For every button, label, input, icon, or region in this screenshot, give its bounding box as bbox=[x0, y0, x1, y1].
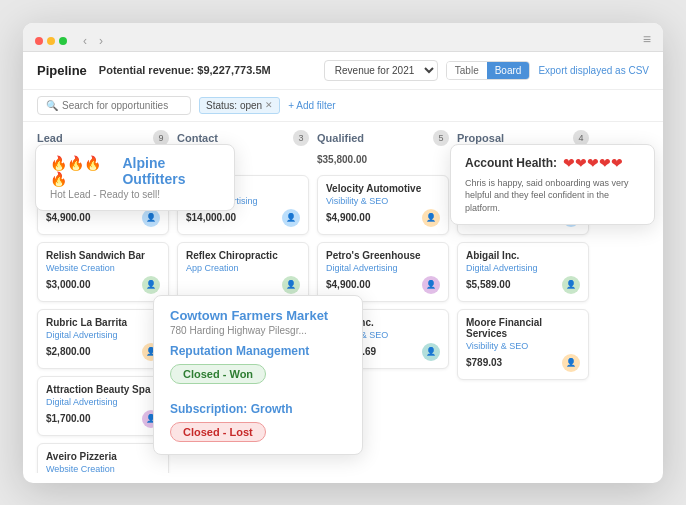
closed-won-badge: Closed - Won bbox=[170, 364, 266, 384]
table-row[interactable]: Rubric La Barrita Digital Advertising $2… bbox=[37, 309, 169, 369]
nav-back-button[interactable]: ‹ bbox=[79, 32, 91, 50]
closed-lost-badge: Closed - Lost bbox=[170, 422, 266, 442]
card-bottom: 👤 bbox=[186, 276, 300, 294]
table-row[interactable]: Moore Financial Services Visibility & SE… bbox=[457, 309, 589, 380]
card-amount: $2,800.00 bbox=[46, 346, 91, 357]
card-amount: $4,900.00 bbox=[326, 212, 371, 223]
card-bottom: $4,900.00 👤 bbox=[326, 276, 440, 294]
card-company: Petro's Greenhouse bbox=[326, 250, 440, 261]
avatar: 👤 bbox=[142, 276, 160, 294]
avatar: 👤 bbox=[422, 209, 440, 227]
card-bottom: $3,000.00 👤 bbox=[46, 276, 160, 294]
card-bottom: $2,800.00 👤 bbox=[46, 343, 160, 361]
top-bar: Pipeline Potential revenue: $9,227,773.5… bbox=[23, 52, 663, 90]
revenue-select[interactable]: Revenue for 2021 bbox=[324, 60, 438, 81]
board-view-button[interactable]: Board bbox=[487, 62, 530, 79]
browser-window: ‹ › ≡ Pipeline Potential revenue: $9,227… bbox=[23, 23, 663, 483]
dot-close[interactable] bbox=[35, 37, 43, 45]
col-title-contact: Contact bbox=[177, 132, 218, 144]
dot-maximize[interactable] bbox=[59, 37, 67, 45]
table-row[interactable]: Attraction Beauty Spa Digital Advertisin… bbox=[37, 376, 169, 436]
top-bar-right: Revenue for 2021 Table Board Export disp… bbox=[324, 60, 649, 81]
cowtown-service2-label: Subscription: Growth bbox=[170, 402, 346, 416]
card-bottom: $4,900.00 👤 bbox=[46, 209, 160, 227]
col-title-lead: Lead bbox=[37, 132, 63, 144]
card-company: Velocity Automotive bbox=[326, 183, 440, 194]
browser-chrome: ‹ › ≡ bbox=[23, 23, 663, 52]
search-box: 🔍 bbox=[37, 96, 191, 115]
table-row[interactable]: Petro's Greenhouse Digital Advertising $… bbox=[317, 242, 449, 302]
view-toggle: Table Board bbox=[446, 61, 531, 80]
status-badge: Status: open ✕ bbox=[199, 97, 280, 114]
card-company: Relish Sandwich Bar bbox=[46, 250, 160, 261]
health-header: Account Health: ❤❤❤❤❤ bbox=[465, 155, 640, 171]
card-company: Abigail Inc. bbox=[466, 250, 580, 261]
card-company: Rubric La Barrita bbox=[46, 317, 160, 328]
health-hearts: ❤❤❤❤❤ bbox=[563, 155, 623, 171]
card-amount: $14,000.00 bbox=[186, 212, 236, 223]
avatar: 👤 bbox=[282, 209, 300, 227]
card-service: Digital Advertising bbox=[326, 263, 440, 273]
tooltip-alpine: 🔥🔥🔥🔥 Alpine Outfitters Hot Lead - Ready … bbox=[35, 144, 235, 211]
card-amount: $3,000.00 bbox=[46, 279, 91, 290]
search-icon: 🔍 bbox=[46, 100, 58, 111]
card-bottom: $5,589.00 👤 bbox=[466, 276, 580, 294]
card-amount: $4,900.00 bbox=[46, 212, 91, 223]
card-bottom: $4,900.00 👤 bbox=[326, 209, 440, 227]
card-service: Visibility & SEO bbox=[326, 196, 440, 206]
cowtown-title[interactable]: Cowtown Farmers Market bbox=[170, 308, 346, 323]
alpine-tagline: Hot Lead - Ready to sell! bbox=[50, 189, 220, 200]
card-service: Visibility & SEO bbox=[466, 341, 580, 351]
card-bottom: $789.03 👤 bbox=[466, 354, 580, 372]
fire-icon: 🔥🔥🔥🔥 bbox=[50, 155, 110, 187]
export-link[interactable]: Export displayed as CSV bbox=[538, 65, 649, 76]
avatar: 👤 bbox=[562, 276, 580, 294]
card-bottom: $14,000.00 👤 bbox=[186, 209, 300, 227]
card-service: Website Creation bbox=[46, 464, 160, 473]
search-input[interactable] bbox=[62, 100, 182, 111]
card-service: Website Creation bbox=[46, 263, 160, 273]
potential-revenue-label: Potential revenue: $9,227,773.5M bbox=[99, 64, 271, 76]
col-count-qualified: 5 bbox=[433, 130, 449, 146]
card-service: Digital Advertising bbox=[46, 330, 160, 340]
cowtown-address: 780 Harding Highway Pilesgr... bbox=[170, 325, 346, 336]
table-row[interactable]: Relish Sandwich Bar Website Creation $3,… bbox=[37, 242, 169, 302]
card-amount: $1,700.00 bbox=[46, 413, 91, 424]
avatar: 👤 bbox=[562, 354, 580, 372]
table-row[interactable]: Aveiro Pizzeria Website Creation $500.00… bbox=[37, 443, 169, 473]
table-row[interactable]: Abigail Inc. Digital Advertising $5,589.… bbox=[457, 242, 589, 302]
table-row[interactable]: Velocity Automotive Visibility & SEO $4,… bbox=[317, 175, 449, 235]
card-amount: $4,900.00 bbox=[326, 279, 371, 290]
browser-dots bbox=[35, 37, 67, 45]
col-amount-qualified: $35,800.00 bbox=[317, 154, 449, 165]
card-company: Reflex Chiropractic bbox=[186, 250, 300, 261]
health-description: Chris is happy, said onboarding was very… bbox=[465, 177, 640, 215]
card-company: Aveiro Pizzeria bbox=[46, 451, 160, 462]
add-filter-button[interactable]: + Add filter bbox=[288, 100, 336, 111]
avatar: 👤 bbox=[422, 276, 440, 294]
alpine-company-name[interactable]: Alpine Outfitters bbox=[122, 155, 220, 187]
col-title-qualified: Qualified bbox=[317, 132, 364, 144]
app-content: Pipeline Potential revenue: $9,227,773.5… bbox=[23, 52, 663, 483]
col-count-contact: 3 bbox=[293, 130, 309, 146]
popup-cowtown: Cowtown Farmers Market 780 Harding Highw… bbox=[153, 295, 363, 455]
col-header-qualified: Qualified 5 bbox=[317, 130, 449, 146]
nav-forward-button[interactable]: › bbox=[95, 32, 107, 50]
health-title: Account Health: bbox=[465, 156, 557, 170]
avatar: 👤 bbox=[422, 343, 440, 361]
pipeline-title: Pipeline bbox=[37, 63, 87, 78]
cowtown-service1-label: Reputation Management bbox=[170, 344, 346, 358]
card-service: Digital Advertising bbox=[46, 397, 160, 407]
table-row[interactable]: Reflex Chiropractic App Creation 👤 bbox=[177, 242, 309, 302]
card-amount: $789.03 bbox=[466, 357, 502, 368]
status-close-icon[interactable]: ✕ bbox=[265, 100, 273, 110]
card-service: Digital Advertising bbox=[466, 263, 580, 273]
table-view-button[interactable]: Table bbox=[447, 62, 487, 79]
card-service: App Creation bbox=[186, 263, 300, 273]
dot-minimize[interactable] bbox=[47, 37, 55, 45]
avatar: 👤 bbox=[282, 276, 300, 294]
card-bottom: $1,700.00 👤 bbox=[46, 410, 160, 428]
browser-menu-icon[interactable]: ≡ bbox=[643, 31, 651, 47]
avatar: 👤 bbox=[142, 209, 160, 227]
popup-health: Account Health: ❤❤❤❤❤ Chris is happy, sa… bbox=[450, 144, 655, 226]
